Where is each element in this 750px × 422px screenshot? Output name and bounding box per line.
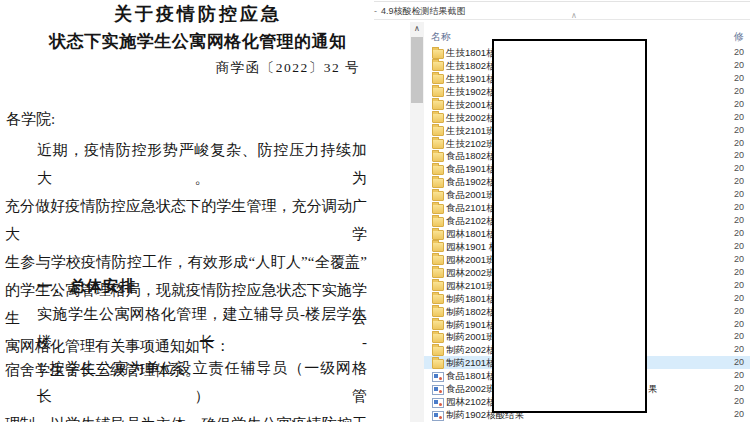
doc-line: 理制，以学生辅导员为主体，确保学生公寓疫情防控工作有 (5, 410, 367, 422)
folder-icon (432, 294, 444, 304)
column-header-modified[interactable]: 修 (734, 30, 744, 44)
doc-title-line1: 关于疫情防控应急 (0, 2, 396, 26)
folder-icon (432, 359, 444, 369)
doc-title-line2: 状态下实施学生公寓网格化管理的通知 (0, 30, 396, 53)
folder-icon (432, 61, 444, 71)
panel-top-border (374, 1, 750, 2)
folder-icon (432, 152, 444, 162)
scrollbar[interactable]: ∧ (410, 22, 424, 422)
file-date-fragment: 20 (734, 306, 744, 316)
file-date-fragment: 20 (734, 215, 744, 225)
document-icon (432, 385, 444, 395)
folder-icon (432, 178, 444, 188)
doc-paragraph-3: 1.按学生公寓为单位设立责任辅导员（一级网格长）管 理制，以学生辅导员为主体，确… (5, 354, 367, 422)
file-date-fragment: 20 (734, 267, 744, 277)
file-date-fragment: 20 (734, 73, 744, 83)
panel-title-divider (374, 19, 750, 20)
folder-icon (432, 74, 444, 84)
file-date-fragment: 20 (734, 86, 744, 96)
doc-line: 充分做好疫情防控应急状态下的学生管理，充分调动广大学 (5, 192, 367, 248)
file-date-fragment: 20 (734, 47, 744, 57)
folder-icon (432, 126, 444, 136)
folder-icon (432, 320, 444, 330)
folder-icon (432, 281, 444, 291)
file-date-fragment: 20 (734, 125, 744, 135)
file-date-fragment: 20 (734, 163, 744, 173)
folder-icon (432, 139, 444, 149)
folder-icon (432, 346, 444, 356)
folder-icon (432, 333, 444, 343)
file-date-fragment: 20 (734, 254, 744, 264)
panel-title[interactable]: 4.9核酸检测结果截图 (381, 6, 466, 16)
file-date-fragment: 20 (734, 176, 744, 186)
scrollbar-thumb[interactable] (411, 37, 423, 103)
doc-line: 近期，疫情防控形势严峻复杂、防控压力持续加大。为 (5, 136, 367, 192)
folder-icon (432, 230, 444, 240)
folder-icon (432, 255, 444, 265)
file-date-fragment: 20 (734, 357, 744, 367)
file-date-fragment: 20 (734, 396, 744, 406)
redaction-box (492, 39, 647, 413)
folder-icon (432, 307, 444, 317)
folder-icon (432, 49, 444, 59)
document-icon (432, 398, 444, 408)
file-date-fragment: 20 (734, 293, 744, 303)
folder-icon (432, 191, 444, 201)
column-header-name[interactable]: 名称 (431, 30, 451, 44)
file-date-fragment: 20 (734, 99, 744, 109)
file-date-fragment: 20 (734, 60, 744, 70)
breadcrumb-separator: - (374, 6, 377, 16)
folder-icon (432, 204, 444, 214)
file-date-fragment: 20 (734, 370, 744, 380)
file-date-fragment: 20 (734, 409, 744, 419)
file-name-tail: 果 (648, 383, 658, 396)
file-date-fragment: 20 (734, 189, 744, 199)
folder-icon (432, 113, 444, 123)
scroll-up-icon[interactable]: ∧ (410, 24, 424, 33)
file-date-fragment: 20 (734, 150, 744, 160)
file-date-fragment: 20 (734, 344, 744, 354)
folder-icon (432, 165, 444, 175)
folder-icon (432, 87, 444, 97)
file-date-fragment: 20 (734, 228, 744, 238)
file-date-fragment: 20 (734, 241, 744, 251)
doc-line: 1.按学生公寓为单位设立责任辅导员（一级网格长）管 (5, 354, 367, 410)
panel-title-row: -4.9核酸检测结果截图 (374, 5, 466, 18)
doc-line: 实施学生公寓网格化管理，建立辅导员-楼层学生楼长- (5, 300, 367, 356)
file-date-fragment: 20 (734, 383, 744, 393)
doc-salutation: 各学院: (6, 110, 55, 129)
file-date-fragment: 20 (734, 112, 744, 122)
file-date-fragment: 20 (734, 319, 744, 329)
folder-icon (432, 217, 444, 227)
document-icon (432, 372, 444, 382)
sort-ascending-icon[interactable]: ∧ (566, 12, 582, 20)
doc-number: 商学函〔2022〕32 号 (0, 59, 360, 77)
folder-icon (432, 242, 444, 252)
folder-icon (432, 100, 444, 110)
file-date-fragment: 20 (734, 202, 744, 212)
file-date-fragment: 20 (734, 280, 744, 290)
folder-icon (432, 268, 444, 278)
document-pane: 关于疫情防控应急 状态下实施学生公寓网格化管理的通知 商学函〔2022〕32 号… (0, 0, 396, 422)
document-icon (432, 411, 444, 421)
file-date-fragment: 20 (734, 138, 744, 148)
doc-section-heading: 一、总体安排 (37, 272, 136, 300)
file-date-fragment: 20 (734, 331, 744, 341)
